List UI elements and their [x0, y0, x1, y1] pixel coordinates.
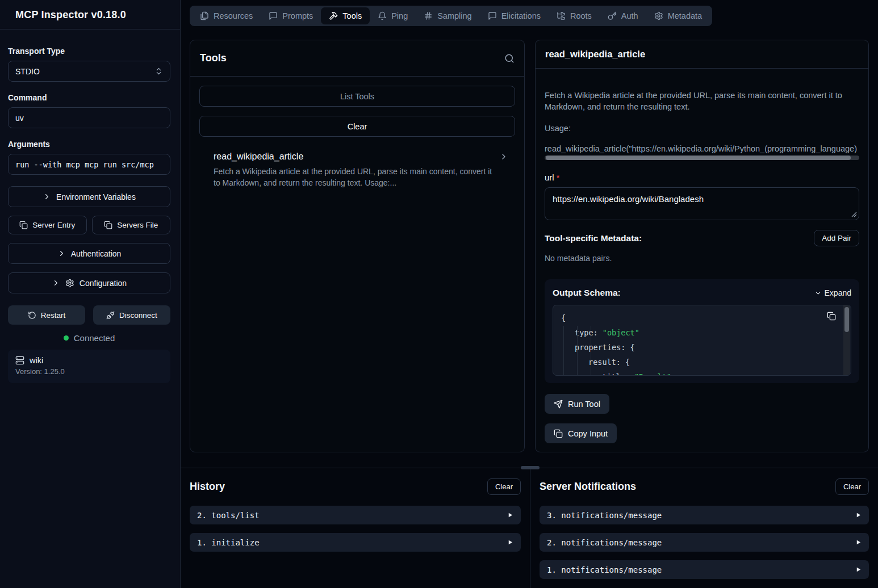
notification-item[interactable]: 1. notifications/message	[540, 560, 869, 579]
gear-icon	[654, 11, 663, 20]
play-icon	[855, 512, 862, 518]
chevron-right-icon	[43, 192, 51, 201]
clear-history-button[interactable]: Clear	[487, 478, 521, 495]
arguments-label: Arguments	[8, 140, 170, 149]
schema-code-line: result: {	[561, 355, 834, 369]
tree-icon	[557, 11, 566, 20]
chevron-right-icon	[52, 279, 60, 287]
tab-sampling[interactable]: Sampling	[416, 7, 479, 24]
files-icon	[200, 11, 209, 20]
no-metadata-text: No metadata pairs.	[545, 254, 859, 263]
history-item[interactable]: 1. initialize	[190, 533, 521, 552]
search-icon[interactable]	[504, 53, 515, 64]
chevron-right-icon	[499, 152, 508, 161]
chevron-down-icon	[814, 289, 822, 297]
play-icon	[507, 539, 513, 545]
server-version: Version: 1.25.0	[15, 367, 163, 376]
splitter-grip[interactable]	[521, 466, 540, 469]
tab-auth[interactable]: Auth	[600, 7, 646, 24]
server-icon	[15, 356, 24, 365]
tab-resources[interactable]: Resources	[192, 7, 261, 24]
output-schema-card: Output Schema: Expand {type: "object"pro…	[545, 279, 859, 383]
message-square-icon	[269, 11, 278, 20]
tool-list-item[interactable]: read_wikipedia_articleFetch a Wikipedia …	[199, 149, 515, 191]
output-schema-code: {type: "object"properties: {result: {tit…	[553, 305, 851, 376]
schema-code-line: properties: {	[561, 340, 834, 355]
notification-item[interactable]: 2. notifications/message	[540, 533, 869, 552]
transport-type-value: STDIO	[15, 67, 40, 76]
copy-icon	[19, 221, 28, 229]
hammer-icon	[329, 11, 338, 20]
copy-input-button[interactable]: Copy Input	[545, 423, 617, 443]
usage-horizontal-scrollbar[interactable]	[545, 156, 859, 160]
list-tools-button[interactable]: List Tools	[199, 86, 515, 107]
url-input[interactable]: https://en.wikipedia.org/wiki/Bangladesh	[545, 187, 859, 220]
rotate-ccw-icon	[28, 311, 36, 320]
schema-code-line: type: "object"	[561, 325, 834, 340]
unplug-icon	[106, 311, 115, 320]
expand-schema-button[interactable]: Expand	[814, 288, 851, 297]
clear-notifications-button[interactable]: Clear	[835, 478, 869, 495]
history-item[interactable]: 2. tools/list	[190, 506, 521, 524]
bell-icon	[378, 11, 387, 20]
transport-type-label: Transport Type	[8, 47, 170, 56]
tool-detail-panel: read_wikipedia_article Fetch a Wikipedia…	[535, 40, 869, 452]
authentication-button[interactable]: Authentication	[8, 243, 170, 264]
command-input[interactable]	[8, 107, 170, 128]
tool-list: read_wikipedia_articleFetch a Wikipedia …	[199, 149, 515, 191]
required-asterisk: *	[557, 173, 559, 182]
scrollbar-thumb[interactable]	[546, 156, 851, 160]
disconnect-button[interactable]: Disconnect	[93, 305, 170, 325]
command-label: Command	[8, 93, 170, 102]
tab-elicitations[interactable]: Elicitations	[480, 7, 549, 24]
chevrons-up-down-icon	[154, 67, 163, 75]
tools-panel: Tools List Tools Clear read_wikipedia_ar…	[190, 40, 525, 452]
tools-panel-title: Tools	[200, 52, 227, 64]
connected-dot	[64, 335, 69, 341]
tab-roots[interactable]: Roots	[549, 7, 600, 24]
tool-item-description: Fetch a Wikipedia article at the provide…	[214, 166, 497, 188]
tool-detail-title: read_wikipedia_article	[545, 49, 645, 60]
chevron-right-icon	[57, 249, 66, 258]
server-name: wiki	[30, 356, 43, 365]
send-icon	[554, 400, 563, 409]
play-icon	[507, 512, 513, 518]
usage-example: read_wikipedia_article("https://en.wikip…	[545, 144, 859, 153]
tab-ping[interactable]: Ping	[370, 7, 416, 24]
server-notifications-panel: Server Notifications Clear 3. notificati…	[530, 468, 878, 588]
message-square-icon	[488, 11, 497, 20]
scrollbar-thumb[interactable]	[844, 307, 849, 332]
key-icon	[608, 11, 617, 20]
configuration-button[interactable]: Configuration	[8, 272, 170, 293]
servers-file-button[interactable]: Servers File	[92, 216, 171, 234]
nav-tabbar: ResourcesPromptsToolsPingSamplingElicita…	[190, 6, 712, 26]
environment-variables-button[interactable]: Environment Variables	[8, 186, 170, 207]
add-pair-button[interactable]: Add Pair	[814, 230, 859, 246]
app-title: MCP Inspector v0.18.0	[15, 9, 172, 21]
tab-prompts[interactable]: Prompts	[261, 7, 321, 24]
connection-status: Connected	[8, 333, 170, 343]
tool-name: read_wikipedia_article	[214, 152, 303, 162]
history-panel: History Clear 2. tools/list1. initialize	[181, 468, 530, 588]
clear-tools-button[interactable]: Clear	[199, 116, 515, 137]
tab-metadata[interactable]: Metadata	[646, 7, 710, 24]
copy-icon	[104, 221, 112, 229]
sidebar: MCP Inspector v0.18.0 Transport Type STD…	[0, 0, 181, 588]
tool-metadata-label: Tool-specific Metadata:	[545, 233, 642, 243]
output-schema-label: Output Schema:	[553, 288, 621, 298]
schema-vertical-scrollbar[interactable]	[843, 305, 850, 375]
hash-icon	[424, 11, 433, 20]
horizontal-splitter[interactable]	[181, 468, 878, 468]
restart-button[interactable]: Restart	[8, 305, 85, 325]
play-icon	[855, 566, 862, 573]
tool-description: Fetch a Wikipedia article at the provide…	[545, 90, 846, 112]
arguments-input[interactable]	[8, 154, 170, 175]
tab-tools[interactable]: Tools	[321, 7, 370, 24]
server-entry-button[interactable]: Server Entry	[8, 216, 87, 234]
url-field-label: url*	[545, 173, 859, 182]
copy-schema-icon[interactable]	[827, 312, 836, 321]
schema-code-line: {	[561, 310, 834, 325]
notification-item[interactable]: 3. notifications/message	[540, 506, 869, 524]
run-tool-button[interactable]: Run Tool	[545, 394, 609, 414]
transport-type-select[interactable]: STDIO	[8, 61, 170, 82]
